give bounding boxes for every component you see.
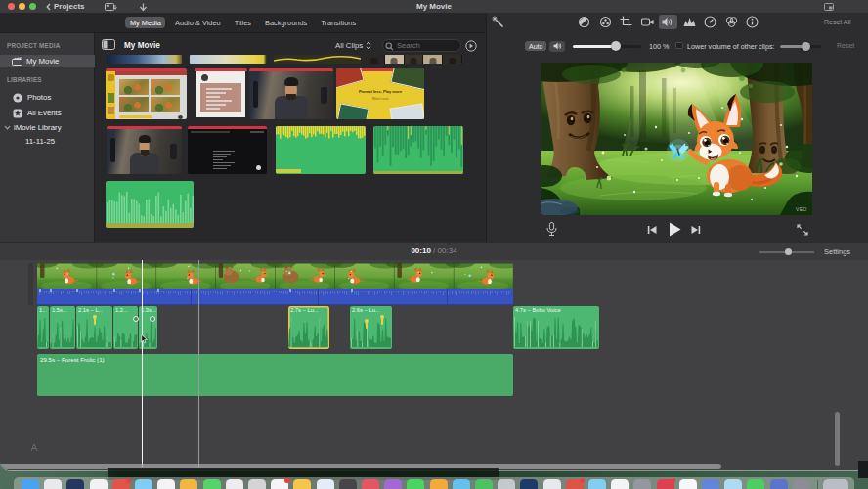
- dock-app-icon[interactable]: [180, 479, 197, 489]
- audio-clip[interactable]: 4.7s – Bobo Voice: [513, 306, 599, 349]
- media-clip-terminal[interactable]: [188, 126, 267, 174]
- reset-volume-button[interactable]: Reset: [837, 42, 854, 49]
- video-clip-filmstrip[interactable]: [37, 263, 513, 289]
- next-frame-icon[interactable]: [691, 226, 701, 234]
- timeline-settings-button[interactable]: Settings: [824, 247, 850, 256]
- ducking-slider-track[interactable]: [780, 45, 821, 48]
- reset-all-button[interactable]: Reset All: [824, 19, 851, 25]
- dock-app-icon[interactable]: [44, 479, 62, 489]
- dock-app-icon[interactable]: [248, 479, 266, 489]
- clip-info-button[interactable]: [743, 15, 761, 29]
- clip-filter-dropdown[interactable]: All Clips: [335, 41, 371, 50]
- window-mode-icon[interactable]: [824, 3, 834, 11]
- clip-filter-button[interactable]: [722, 15, 741, 29]
- video-audio-track[interactable]: [37, 289, 513, 305]
- volume-slider-knob[interactable]: [611, 41, 621, 51]
- dock-app-icon[interactable]: [430, 479, 448, 489]
- media-clip-document[interactable]: [195, 68, 247, 119]
- audio-clip[interactable]: 2.6s – Lu...: [350, 306, 392, 349]
- voiceover-mic-icon[interactable]: [546, 222, 557, 237]
- timeline-zoom-knob[interactable]: [785, 248, 792, 255]
- dock-app-icon[interactable]: [271, 479, 288, 489]
- tab-my-media[interactable]: My Media: [125, 17, 165, 28]
- media-clip-talking-head[interactable]: [249, 68, 333, 119]
- audio-clip[interactable]: 2.1s – L...: [76, 306, 112, 349]
- dock-app-icon[interactable]: [475, 479, 493, 489]
- color-correction-button[interactable]: [596, 15, 615, 29]
- dock-app-icon[interactable]: [566, 479, 584, 489]
- dock-app-icon[interactable]: [339, 479, 357, 489]
- dock-app-icon[interactable]: [22, 479, 39, 489]
- dock-app-icon[interactable]: [384, 479, 402, 489]
- media-clip-audio-yellowwave[interactable]: [276, 126, 366, 174]
- dock-app-icon[interactable]: [823, 479, 848, 489]
- play-button-icon[interactable]: [669, 222, 681, 237]
- audio-clip[interactable]: 1.5s...: [50, 306, 75, 349]
- fade-handle[interactable]: [150, 316, 155, 322]
- tab-transitions[interactable]: Transitions: [317, 17, 361, 28]
- speed-button[interactable]: [701, 15, 719, 29]
- partial-clip[interactable]: [107, 55, 182, 64]
- media-clip-talking-head[interactable]: [107, 126, 182, 174]
- sidebar-item-all-events[interactable]: All Events: [0, 107, 95, 119]
- dock-app-icon[interactable]: [362, 479, 379, 489]
- dock-app-icon[interactable]: [724, 479, 742, 489]
- dock-app-icon[interactable]: [66, 479, 84, 489]
- ducking-slider-knob[interactable]: [802, 42, 810, 51]
- dock-app-icon[interactable]: [657, 479, 674, 489]
- audio-clip[interactable]: 1.2...: [113, 306, 138, 349]
- dock-app-icon[interactable]: [679, 479, 697, 489]
- dock-app-icon[interactable]: [293, 479, 311, 489]
- volume-slider-track[interactable]: [573, 45, 641, 48]
- dock-app-icon[interactable]: [747, 479, 764, 489]
- autoplay-icon[interactable]: [465, 40, 477, 52]
- dock-app-icon[interactable]: [90, 479, 108, 489]
- dock-app-icon[interactable]: [226, 479, 243, 489]
- sidebar-item-my-movie[interactable]: My Movie: [0, 55, 95, 67]
- tab-backgrounds[interactable]: Backgrounds: [261, 17, 312, 28]
- vertical-scrollbar[interactable]: [835, 412, 840, 466]
- dock-app-icon[interactable]: [611, 479, 629, 489]
- dock-app-icon[interactable]: [633, 479, 651, 489]
- sidebar-item-photos[interactable]: Photos: [0, 91, 95, 104]
- fade-handle[interactable]: [133, 316, 139, 322]
- partial-clip[interactable]: [274, 55, 361, 64]
- mute-button[interactable]: [549, 41, 565, 52]
- music-clip[interactable]: 29.5s – Forest Frolic (1): [37, 354, 513, 396]
- media-clip-promo-slide[interactable]: Prompt less, Play moreWhat's new: [336, 68, 424, 119]
- dock-app-icon[interactable]: [543, 479, 561, 489]
- dock-app-icon[interactable]: [135, 479, 152, 489]
- enhance-wand-icon[interactable]: [492, 16, 504, 28]
- dock-app-icon[interactable]: [112, 479, 130, 489]
- dock-app-icon[interactable]: [498, 479, 515, 489]
- media-clip-audio-drips[interactable]: [373, 126, 463, 174]
- sidebar-toggle-icon[interactable]: [102, 39, 115, 50]
- volume-button[interactable]: [659, 15, 677, 29]
- dock-app-icon[interactable]: [407, 479, 424, 489]
- dock-app-icon[interactable]: [317, 479, 334, 489]
- sidebar-item-event-date[interactable]: 11-11-25: [0, 135, 95, 148]
- tab-audio-video[interactable]: Audio & Video: [170, 17, 225, 28]
- dock-app-icon[interactable]: [520, 479, 538, 489]
- tab-titles[interactable]: Titles: [230, 17, 255, 28]
- dock-app-icon[interactable]: [588, 479, 606, 489]
- noise-reduction-button[interactable]: [680, 15, 699, 29]
- dock-app-icon[interactable]: [203, 479, 221, 489]
- stabilization-button[interactable]: [638, 15, 657, 29]
- sidebar-item-imovie-library[interactable]: iMovie Library: [0, 121, 95, 134]
- timeline-zoom-slider[interactable]: [760, 251, 814, 253]
- dock-app-icon[interactable]: [702, 479, 719, 489]
- previous-frame-icon[interactable]: [647, 226, 657, 234]
- search-field[interactable]: Search: [382, 39, 461, 52]
- media-clip-audio-voice[interactable]: [106, 181, 194, 228]
- dock-app-icon[interactable]: [793, 479, 810, 489]
- crop-button[interactable]: [617, 15, 635, 29]
- dock-app-icon[interactable]: [157, 479, 175, 489]
- partial-clip[interactable]: [366, 55, 462, 64]
- dock-app-icon[interactable]: [770, 479, 788, 489]
- lower-volume-checkbox[interactable]: [675, 42, 683, 50]
- dock-app-icon[interactable]: [453, 479, 470, 489]
- playhead[interactable]: [142, 260, 143, 467]
- audio-clip[interactable]: 1...: [37, 306, 49, 349]
- partial-clip[interactable]: [190, 55, 270, 64]
